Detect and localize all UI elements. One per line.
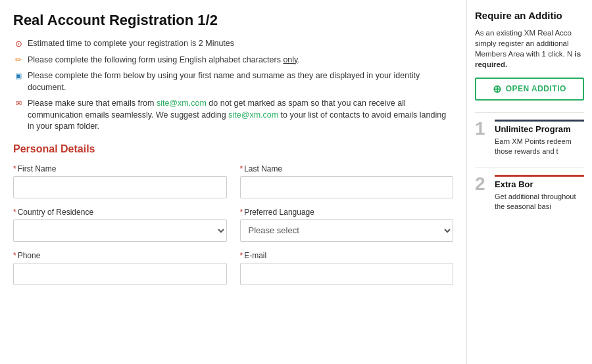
email-link-1[interactable]: site@xm.com xyxy=(157,99,207,108)
phone-input[interactable] xyxy=(13,263,227,285)
benefit-title-1: Unlimitec Program xyxy=(495,124,584,134)
phone-group: *Phone xyxy=(13,251,227,285)
benefit-content-1: Unlimitec Program Earn XM Points redeem … xyxy=(495,120,584,157)
benefit-title-2: Extra Bor xyxy=(495,179,584,189)
phone-email-row: *Phone *E-mail xyxy=(13,251,453,285)
open-additional-button[interactable]: ⊕ OPEN ADDITIO xyxy=(475,78,584,101)
info-text-4: Please make sure that emails from site@x… xyxy=(28,98,453,133)
info-text-3: Please complete the form below by using … xyxy=(28,70,453,93)
main-panel: Real Account Registration 1/2 ⊙ Estimate… xyxy=(0,0,467,364)
required-marker: * xyxy=(13,164,16,173)
first-name-label: *First Name xyxy=(13,164,227,173)
country-language-row: *Country of Residence *Preferred Languag… xyxy=(13,208,453,242)
language-group: *Preferred Language Please select xyxy=(240,208,454,242)
email-icon: ✉ xyxy=(13,99,24,109)
language-label: *Preferred Language xyxy=(240,208,454,217)
divider-2 xyxy=(475,168,584,168)
sidebar: Require an Additio As an existing XM Rea… xyxy=(467,0,592,364)
benefit-text-1: Earn XM Points redeem those rewards and … xyxy=(495,137,584,157)
first-name-input[interactable] xyxy=(13,176,227,198)
list-item: ⊙ Estimated time to complete your regist… xyxy=(13,38,453,50)
sidebar-title: Require an Additio xyxy=(475,9,584,22)
last-name-group: *Last Name xyxy=(240,164,454,198)
section-title: Personal Details xyxy=(13,143,453,155)
benefit-text-2: Get additional throughout the seasonal b… xyxy=(495,192,584,212)
email-input[interactable] xyxy=(240,263,454,285)
required-marker: * xyxy=(240,208,243,217)
benefit-item-2: 2 Extra Bor Get additional throughout th… xyxy=(475,175,584,212)
email-link-2[interactable]: site@xm.com xyxy=(228,110,278,120)
info-list: ⊙ Estimated time to complete your regist… xyxy=(13,38,453,133)
list-item: ✏ Please complete the following form usi… xyxy=(13,55,453,66)
language-select[interactable]: Please select xyxy=(240,219,454,242)
divider xyxy=(475,112,584,113)
plus-icon: ⊕ xyxy=(493,83,502,95)
country-select[interactable] xyxy=(13,219,227,242)
required-marker: * xyxy=(240,164,243,173)
required-marker: * xyxy=(240,251,243,260)
benefit-number-2: 2 xyxy=(475,175,488,193)
page-title: Real Account Registration 1/2 xyxy=(13,12,453,29)
underline-only: only xyxy=(283,55,297,64)
clock-icon: ⊙ xyxy=(13,39,24,49)
email-label: *E-mail xyxy=(240,251,454,260)
country-group: *Country of Residence xyxy=(13,208,227,242)
country-label: *Country of Residence xyxy=(13,208,227,217)
list-item: ✉ Please make sure that emails from site… xyxy=(13,98,453,133)
name-row: *First Name *Last Name xyxy=(13,164,453,198)
id-icon: ▣ xyxy=(13,71,24,81)
email-group: *E-mail xyxy=(240,251,454,285)
last-name-input[interactable] xyxy=(240,176,454,198)
required-marker: * xyxy=(13,208,16,217)
first-name-group: *First Name xyxy=(13,164,227,198)
list-item: ▣ Please complete the form below by usin… xyxy=(13,70,453,93)
last-name-label: *Last Name xyxy=(240,164,454,173)
benefit-item-1: 1 Unlimitec Program Earn XM Points redee… xyxy=(475,120,584,157)
sidebar-description: As an existing XM Real Acco simply regis… xyxy=(475,28,584,70)
benefit-content-2: Extra Bor Get additional throughout the … xyxy=(495,175,584,212)
sidebar-bold-text: is required. xyxy=(475,50,581,68)
info-text-2: Please complete the following form using… xyxy=(28,55,300,66)
info-text-1: Estimated time to complete your registra… xyxy=(28,38,234,50)
benefit-number-1: 1 xyxy=(475,120,488,138)
phone-label: *Phone xyxy=(13,251,227,260)
pencil-icon: ✏ xyxy=(13,55,24,66)
required-marker: * xyxy=(13,251,16,260)
open-btn-label: OPEN ADDITIO xyxy=(506,84,566,93)
